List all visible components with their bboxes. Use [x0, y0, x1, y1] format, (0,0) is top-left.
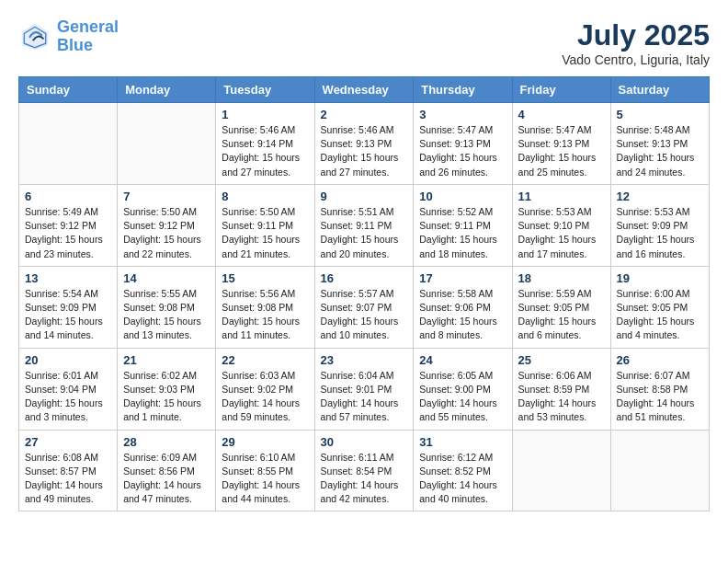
calendar-cell: 25Sunrise: 6:06 AM Sunset: 8:59 PM Dayli…: [512, 348, 610, 430]
day-info: Sunrise: 6:09 AM Sunset: 8:56 PM Dayligh…: [123, 451, 210, 507]
day-number: 1: [222, 108, 308, 121]
calendar-cell: 11Sunrise: 5:53 AM Sunset: 9:10 PM Dayli…: [512, 184, 610, 266]
day-number: 11: [518, 190, 605, 203]
day-number: 28: [123, 435, 210, 449]
weekday-header-saturday: Saturday: [610, 77, 709, 103]
calendar-cell: [118, 103, 216, 185]
day-number: 31: [419, 435, 506, 449]
day-info: Sunrise: 6:06 AM Sunset: 8:59 PM Dayligh…: [518, 369, 605, 425]
weekday-header-wednesday: Wednesday: [314, 77, 414, 103]
day-number: 14: [123, 271, 210, 285]
day-number: 26: [617, 353, 703, 367]
day-info: Sunrise: 5:48 AM Sunset: 9:13 PM Dayligh…: [617, 123, 703, 179]
day-info: Sunrise: 5:52 AM Sunset: 9:11 PM Dayligh…: [419, 205, 506, 261]
day-number: 3: [419, 108, 506, 121]
day-info: Sunrise: 5:56 AM Sunset: 9:08 PM Dayligh…: [222, 287, 308, 343]
day-info: Sunrise: 6:02 AM Sunset: 9:03 PM Dayligh…: [123, 369, 210, 425]
day-number: 9: [321, 190, 408, 203]
day-number: 10: [419, 190, 506, 203]
calendar-cell: 22Sunrise: 6:03 AM Sunset: 9:02 PM Dayli…: [216, 348, 314, 430]
week-row-4: 20Sunrise: 6:01 AM Sunset: 9:04 PM Dayli…: [19, 348, 710, 430]
calendar-cell: 27Sunrise: 6:08 AM Sunset: 8:57 PM Dayli…: [19, 430, 118, 511]
calendar-cell: 5Sunrise: 5:48 AM Sunset: 9:13 PM Daylig…: [610, 103, 709, 185]
day-number: 16: [321, 271, 408, 285]
day-number: 2: [321, 108, 408, 121]
day-number: 22: [222, 353, 308, 367]
calendar-cell: 9Sunrise: 5:51 AM Sunset: 9:11 PM Daylig…: [314, 184, 414, 266]
day-info: Sunrise: 5:53 AM Sunset: 9:09 PM Dayligh…: [617, 205, 703, 261]
day-info: Sunrise: 5:47 AM Sunset: 9:13 PM Dayligh…: [419, 123, 506, 179]
calendar-cell: 23Sunrise: 6:04 AM Sunset: 9:01 PM Dayli…: [314, 348, 414, 430]
day-info: Sunrise: 6:03 AM Sunset: 9:02 PM Dayligh…: [222, 369, 308, 425]
calendar-cell: 13Sunrise: 5:54 AM Sunset: 9:09 PM Dayli…: [19, 266, 118, 348]
weekday-header-monday: Monday: [118, 77, 216, 103]
calendar-cell: 19Sunrise: 6:00 AM Sunset: 9:05 PM Dayli…: [610, 266, 709, 348]
day-number: 20: [25, 353, 111, 367]
calendar-cell: 18Sunrise: 5:59 AM Sunset: 9:05 PM Dayli…: [512, 266, 610, 348]
day-number: 17: [419, 271, 506, 285]
calendar-cell: [610, 430, 709, 511]
week-row-5: 27Sunrise: 6:08 AM Sunset: 8:57 PM Dayli…: [19, 430, 710, 511]
day-number: 24: [419, 353, 506, 367]
calendar-cell: 7Sunrise: 5:50 AM Sunset: 9:12 PM Daylig…: [118, 184, 216, 266]
weekday-header-sunday: Sunday: [19, 77, 118, 103]
calendar-cell: 2Sunrise: 5:46 AM Sunset: 9:13 PM Daylig…: [314, 103, 414, 185]
day-info: Sunrise: 5:59 AM Sunset: 9:05 PM Dayligh…: [518, 287, 605, 343]
day-info: Sunrise: 6:04 AM Sunset: 9:01 PM Dayligh…: [321, 369, 408, 425]
day-info: Sunrise: 6:07 AM Sunset: 8:58 PM Dayligh…: [617, 369, 703, 425]
calendar-table: SundayMondayTuesdayWednesdayThursdayFrid…: [18, 76, 710, 511]
calendar-cell: 21Sunrise: 6:02 AM Sunset: 9:03 PM Dayli…: [118, 348, 216, 430]
week-row-3: 13Sunrise: 5:54 AM Sunset: 9:09 PM Dayli…: [19, 266, 710, 348]
day-info: Sunrise: 5:53 AM Sunset: 9:10 PM Dayligh…: [518, 205, 605, 261]
calendar-cell: 20Sunrise: 6:01 AM Sunset: 9:04 PM Dayli…: [19, 348, 118, 430]
day-info: Sunrise: 6:08 AM Sunset: 8:57 PM Dayligh…: [25, 451, 111, 507]
calendar-cell: 10Sunrise: 5:52 AM Sunset: 9:11 PM Dayli…: [414, 184, 512, 266]
calendar-cell: 12Sunrise: 5:53 AM Sunset: 9:09 PM Dayli…: [610, 184, 709, 266]
day-number: 4: [518, 108, 605, 121]
calendar-cell: 24Sunrise: 6:05 AM Sunset: 9:00 PM Dayli…: [414, 348, 512, 430]
page-header: General Blue July 2025 Vado Centro, Ligu…: [18, 18, 710, 67]
calendar-cell: 28Sunrise: 6:09 AM Sunset: 8:56 PM Dayli…: [118, 430, 216, 511]
day-number: 23: [321, 353, 408, 367]
day-number: 13: [25, 271, 111, 285]
calendar-cell: 3Sunrise: 5:47 AM Sunset: 9:13 PM Daylig…: [414, 103, 512, 185]
day-info: Sunrise: 5:51 AM Sunset: 9:11 PM Dayligh…: [321, 205, 408, 261]
logo: General Blue: [18, 18, 119, 55]
calendar-cell: 29Sunrise: 6:10 AM Sunset: 8:55 PM Dayli…: [216, 430, 314, 511]
day-info: Sunrise: 5:54 AM Sunset: 9:09 PM Dayligh…: [25, 287, 111, 343]
day-number: 6: [25, 190, 111, 203]
weekday-header-friday: Friday: [512, 77, 610, 103]
day-number: 30: [321, 435, 408, 449]
day-info: Sunrise: 6:11 AM Sunset: 8:54 PM Dayligh…: [321, 451, 408, 507]
calendar-cell: 1Sunrise: 5:46 AM Sunset: 9:14 PM Daylig…: [216, 103, 314, 185]
day-info: Sunrise: 5:50 AM Sunset: 9:11 PM Dayligh…: [222, 205, 308, 261]
day-info: Sunrise: 5:57 AM Sunset: 9:07 PM Dayligh…: [321, 287, 408, 343]
week-row-2: 6Sunrise: 5:49 AM Sunset: 9:12 PM Daylig…: [19, 184, 710, 266]
day-info: Sunrise: 5:58 AM Sunset: 9:06 PM Dayligh…: [419, 287, 506, 343]
day-info: Sunrise: 5:46 AM Sunset: 9:13 PM Dayligh…: [321, 123, 408, 179]
calendar-cell: 17Sunrise: 5:58 AM Sunset: 9:06 PM Dayli…: [414, 266, 512, 348]
week-row-1: 1Sunrise: 5:46 AM Sunset: 9:14 PM Daylig…: [19, 103, 710, 185]
calendar-cell: 14Sunrise: 5:55 AM Sunset: 9:08 PM Dayli…: [118, 266, 216, 348]
day-number: 18: [518, 271, 605, 285]
calendar-cell: 30Sunrise: 6:11 AM Sunset: 8:54 PM Dayli…: [314, 430, 414, 511]
calendar-cell: 26Sunrise: 6:07 AM Sunset: 8:58 PM Dayli…: [610, 348, 709, 430]
day-info: Sunrise: 5:46 AM Sunset: 9:14 PM Dayligh…: [222, 123, 308, 179]
calendar-cell: 4Sunrise: 5:47 AM Sunset: 9:13 PM Daylig…: [512, 103, 610, 185]
day-number: 12: [617, 190, 703, 203]
calendar-cell: 15Sunrise: 5:56 AM Sunset: 9:08 PM Dayli…: [216, 266, 314, 348]
day-info: Sunrise: 6:01 AM Sunset: 9:04 PM Dayligh…: [25, 369, 111, 425]
day-info: Sunrise: 6:10 AM Sunset: 8:55 PM Dayligh…: [222, 451, 308, 507]
day-info: Sunrise: 5:49 AM Sunset: 9:12 PM Dayligh…: [25, 205, 111, 261]
weekday-header-thursday: Thursday: [414, 77, 512, 103]
calendar-cell: 6Sunrise: 5:49 AM Sunset: 9:12 PM Daylig…: [19, 184, 118, 266]
day-number: 7: [123, 190, 210, 203]
day-info: Sunrise: 6:12 AM Sunset: 8:52 PM Dayligh…: [419, 451, 506, 507]
weekday-header-tuesday: Tuesday: [216, 77, 314, 103]
day-number: 21: [123, 353, 210, 367]
title-block: July 2025 Vado Centro, Liguria, Italy: [562, 18, 710, 67]
day-number: 19: [617, 271, 703, 285]
day-number: 15: [222, 271, 308, 285]
calendar-cell: 8Sunrise: 5:50 AM Sunset: 9:11 PM Daylig…: [216, 184, 314, 266]
day-number: 8: [222, 190, 308, 203]
